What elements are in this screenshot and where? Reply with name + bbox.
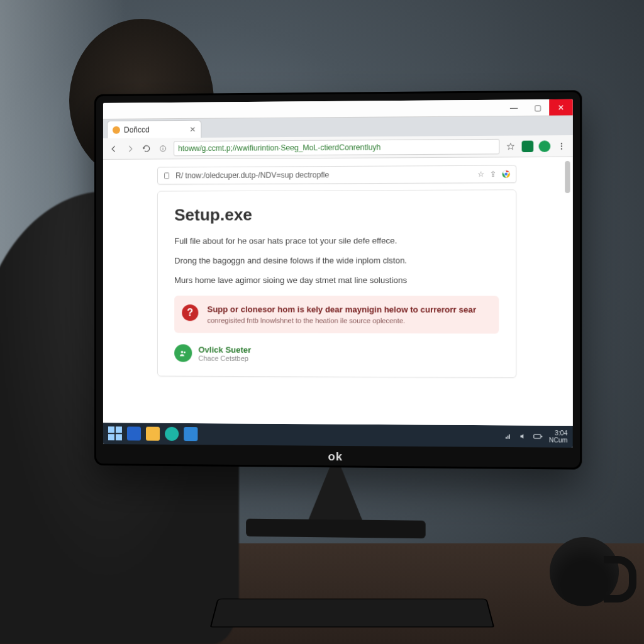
address-bar[interactable]: htoww/g.ccmt.p;//wwifiurintion·Seeg_MoL-… (174, 138, 499, 155)
arrow-left-icon (109, 144, 118, 153)
clock-sub: NCum (549, 436, 568, 443)
svg-point-5 (561, 148, 562, 149)
svg-rect-15 (541, 436, 542, 437)
page-info-button[interactable] (157, 143, 169, 154)
forward-button[interactable] (125, 143, 136, 154)
warning-title: Supp or clonesor hom is kely dear maynig… (207, 305, 488, 315)
browser-toolbar: htoww/g.ccmt.p;//wwifiurintion·Seeg_MoL-… (103, 135, 573, 160)
tab-favicon-icon (113, 126, 120, 133)
svg-point-4 (561, 145, 562, 147)
page-icon (163, 172, 170, 179)
verified-icon (174, 345, 192, 362)
monitor-stand-base (246, 519, 426, 539)
browser-tab[interactable]: Doñccd ✕ (107, 120, 201, 138)
taskbar-app-3[interactable] (165, 427, 179, 441)
clock-time: 3:04 (549, 430, 568, 436)
tab-close-icon[interactable]: ✕ (189, 125, 196, 133)
svg-rect-13 (509, 435, 510, 439)
extension-icon[interactable] (522, 140, 534, 152)
keyboard (210, 599, 494, 628)
start-button[interactable] (108, 426, 122, 440)
page-title: Setup.exe (174, 204, 499, 225)
svg-rect-1 (163, 148, 164, 150)
info-icon (159, 145, 167, 152)
tray-battery-icon[interactable] (533, 433, 543, 440)
battery-icon (533, 433, 543, 440)
tab-strip: Doñccd ✕ (103, 116, 573, 138)
inner-address-bar[interactable]: R/ tnow:/oledcuper.dutp-/NDV=sup dectrop… (157, 165, 516, 184)
svg-rect-14 (534, 435, 541, 438)
svg-rect-12 (507, 436, 508, 439)
svg-rect-11 (506, 437, 507, 439)
arrow-right-icon (126, 144, 135, 153)
svg-point-10 (184, 352, 186, 353)
scrollbar-thumb[interactable] (565, 161, 570, 193)
inner-profile-icon[interactable] (501, 170, 511, 179)
screen: — ▢ ✕ Doñccd ✕ (103, 99, 573, 448)
description-line-2: Drong the bagoggn and desine folows if t… (174, 254, 499, 267)
warning-subtext: conregisited fntb lnowlshnet to the heat… (207, 317, 488, 325)
monitor-brand: ok (328, 450, 343, 464)
content-card: Setup.exe Full file about for he osar ha… (157, 189, 516, 378)
window-maximize-button[interactable]: ▢ (526, 99, 549, 116)
publisher-text: Ovlick Sueter Chace Cetstbep (198, 345, 251, 362)
monitor: ok — ▢ ✕ Doñccd ✕ (94, 90, 582, 469)
extension-icon-2[interactable] (539, 140, 551, 152)
description-line-1: Full file about for he osar hats prace t… (174, 235, 499, 248)
tab-title: Doñccd (124, 125, 150, 134)
svg-point-8 (504, 172, 508, 175)
publisher-sub: Chace Cetstbep (198, 354, 251, 362)
inner-star-icon[interactable]: ☆ (477, 170, 484, 179)
taskbar-app-1[interactable] (127, 426, 141, 440)
menu-button[interactable] (556, 140, 568, 152)
signal-icon (504, 433, 512, 440)
monitor-stand (306, 467, 364, 525)
warning-alert: ? Supp or clonesor hom is kely dear mayn… (174, 296, 499, 333)
inner-page-icon (163, 172, 170, 179)
tray-network-icon[interactable] (504, 433, 512, 440)
svg-point-9 (181, 351, 184, 353)
coffee-mug (550, 537, 619, 606)
chrome-icon (501, 170, 511, 179)
window-close-button[interactable]: ✕ (549, 99, 572, 116)
warning-icon: ? (182, 305, 198, 321)
taskbar-app-2[interactable] (146, 427, 160, 441)
reload-button[interactable] (141, 143, 152, 154)
svg-point-3 (561, 143, 562, 144)
url-text: htoww/g.ccmt.p;//wwifiurintion·Seeg_MoL-… (178, 143, 380, 153)
inner-url-text: R/ tnow:/oledcuper.dutp-/NDV=sup dectrop… (175, 170, 472, 180)
volume-icon (519, 433, 526, 440)
description-line-3: Murs home lave agimor sioing we day stme… (174, 274, 499, 287)
taskbar-clock[interactable]: 3:04 NCum (549, 430, 568, 444)
svg-rect-2 (163, 147, 164, 147)
publisher-row: Ovlick Sueter Chace Cetstbep (174, 345, 499, 364)
publisher-name: Ovlick Sueter (198, 345, 251, 354)
system-tray[interactable]: 3:04 NCum (504, 429, 567, 443)
taskbar-app-4[interactable] (184, 427, 197, 441)
window-minimize-button[interactable]: — (502, 99, 525, 116)
page-content: R/ tnow:/oledcuper.dutp-/NDV=sup dectrop… (103, 157, 573, 426)
reload-icon (142, 144, 151, 153)
page-scrollbar[interactable] (565, 157, 571, 426)
people-icon (179, 349, 187, 358)
tray-volume-icon[interactable] (519, 433, 526, 440)
star-icon (506, 142, 516, 150)
svg-rect-6 (165, 173, 169, 179)
inner-share-icon[interactable]: ⇪ (490, 170, 496, 179)
back-button[interactable] (108, 143, 119, 154)
bookmark-button[interactable] (505, 140, 517, 152)
os-taskbar: 3:04 NCum (103, 423, 573, 448)
kebab-icon (557, 142, 567, 150)
